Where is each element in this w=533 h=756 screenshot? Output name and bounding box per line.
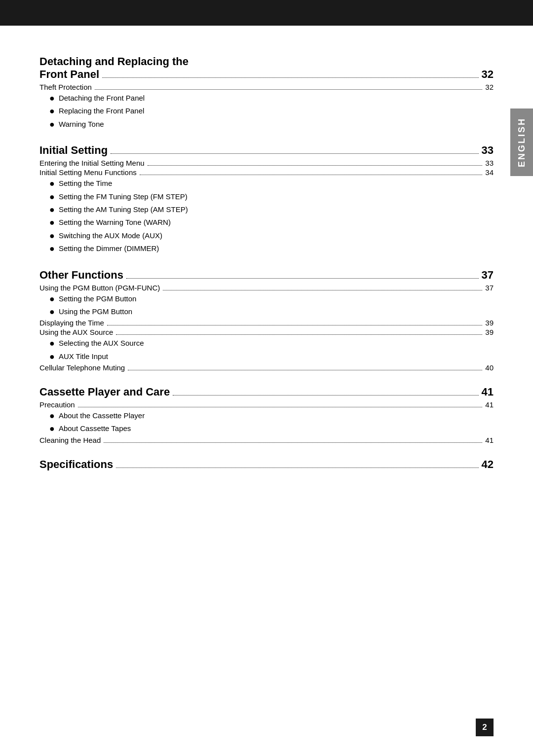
sub-heading-precaution: Precaution 41 (39, 400, 494, 409)
sub-dots (104, 442, 482, 443)
bullet-text: Setting the Warning Tone (WARN) (59, 217, 171, 227)
sub-heading-pgm-func: Using the PGM Button (PGM-FUNC) 37 (39, 284, 494, 292)
bullet-text: Switching the AUX Mode (AUX) (59, 230, 162, 241)
sub-page-num: 40 (485, 363, 494, 372)
bullet-text: Replacing the Front Panel (59, 106, 144, 116)
section-main-title: Initial Setting (39, 144, 108, 157)
dots (173, 395, 478, 396)
sub-heading-entering: Entering the Initial Setting Menu 33 (39, 159, 494, 167)
sub-heading-aux-source: Using the AUX Source 39 (39, 328, 494, 336)
sub-dots (140, 175, 483, 175)
bullet-cassette-tapes: ● About Cassette Tapes (39, 423, 494, 434)
section-page-num: 41 (482, 386, 494, 398)
bullet-text: Setting the AM Tuning Step (AM STEP) (59, 204, 188, 215)
section-title-line: Cassette Player and Care 41 (39, 386, 494, 398)
section-page-num: 37 (482, 269, 494, 282)
top-bar (0, 0, 533, 26)
sub-dots (163, 290, 482, 290)
page-number-text: 2 (482, 722, 487, 732)
sub-dots (107, 325, 482, 325)
side-tab: ENGLISH (510, 108, 533, 176)
section-title-line: Front Panel 32 (39, 68, 494, 81)
sub-heading-cellular: Cellular Telephone Muting 40 (39, 363, 494, 372)
section-other-functions: Other Functions 37 Using the PGM Button … (39, 269, 494, 372)
bullet-using-pgm: ● Using the PGM Button (39, 306, 494, 318)
section-title-line: Specifications 42 (39, 458, 494, 471)
section-specifications: Specifications 42 (39, 458, 494, 471)
sub-page-num: 32 (485, 83, 494, 91)
section-initial-setting: Initial Setting 33 Entering the Initial … (39, 144, 494, 254)
section-main-title: Cassette Player and Care (39, 386, 170, 398)
bullet-text: Setting the Time (59, 178, 112, 188)
section-detaching-replacing: Detaching and Replacing the Front Panel … (39, 55, 494, 130)
sub-heading-text: Using the PGM Button (PGM-FUNC) (39, 284, 160, 292)
bullet-text: Warning Tone (59, 119, 104, 129)
dots (116, 468, 478, 468)
sub-page-num: 41 (485, 436, 494, 444)
sub-heading-displaying-time: Displaying the Time 39 (39, 319, 494, 327)
sub-heading-text: Precaution (39, 400, 75, 409)
bullet-dimmer: ● Setting the Dimmer (DIMMER) (39, 243, 494, 254)
side-tab-label: ENGLISH (517, 117, 527, 167)
bullet-setting-pgm: ● Setting the PGM Button (39, 293, 494, 305)
bullet-replacing: ● Replacing the Front Panel (39, 106, 494, 117)
bullet-detaching: ● Detaching the Front Panel (39, 93, 494, 104)
section-page-num: 33 (482, 144, 494, 157)
bullet-setting-time: ● Setting the Time (39, 178, 494, 189)
sub-dots (148, 165, 483, 166)
bullet-text: Detaching the Front Panel (59, 93, 145, 103)
section-main-title: Other Functions (39, 269, 123, 282)
sub-heading-text: Entering the Initial Setting Menu (39, 159, 145, 167)
sub-page-num: 37 (485, 284, 494, 292)
bullet-fm-step: ● Setting the FM Tuning Step (FM STEP) (39, 191, 494, 203)
page-content: Detaching and Replacing the Front Panel … (0, 26, 533, 514)
sub-page-num: 41 (485, 400, 494, 409)
bullet-text: Setting the FM Tuning Step (FM STEP) (59, 191, 188, 202)
bullet-text: About Cassette Tapes (59, 423, 131, 433)
section-title-line: Initial Setting 33 (39, 144, 494, 157)
section-page-num: 42 (482, 458, 494, 471)
sub-heading-text: Cleaning the Head (39, 436, 101, 444)
bullet-text: Selecting the AUX Source (59, 338, 144, 348)
dots (126, 278, 479, 279)
bullet-warning-tone: ● Warning Tone (39, 119, 494, 130)
sub-page-num: 39 (485, 328, 494, 336)
bullet-text: Setting the PGM Button (59, 293, 137, 304)
bullet-text: About the Cassette Player (59, 410, 145, 421)
sub-page-num: 39 (485, 319, 494, 327)
sub-page-num: 34 (485, 168, 494, 177)
sub-heading-text: Initial Setting Menu Functions (39, 168, 137, 177)
sub-heading-theft: Theft Protection 32 (39, 83, 494, 91)
bullet-warning-tone-warn: ● Setting the Warning Tone (WARN) (39, 217, 494, 228)
sub-dots (116, 334, 482, 335)
bullet-selecting-aux: ● Selecting the AUX Source (39, 338, 494, 349)
section-main-title: Front Panel (39, 68, 99, 81)
sub-page-num: 33 (485, 159, 494, 167)
sub-heading-text: Displaying the Time (39, 319, 104, 327)
sub-dots (78, 407, 483, 407)
sub-heading-menu-functions: Initial Setting Menu Functions 34 (39, 168, 494, 177)
sub-heading-text: Theft Protection (39, 83, 92, 91)
section-top-label: Detaching and Replacing the (39, 55, 494, 68)
page-number-bottom: 2 (476, 719, 494, 736)
bullet-cassette-player: ● About the Cassette Player (39, 410, 494, 422)
section-cassette-player: Cassette Player and Care 41 Precaution 4… (39, 386, 494, 444)
bullet-text: Using the PGM Button (59, 306, 132, 317)
dots (102, 77, 479, 78)
bullet-text: Setting the Dimmer (DIMMER) (59, 243, 159, 253)
bullet-text: AUX Title Input (59, 351, 108, 361)
section-title-line: Other Functions 37 (39, 269, 494, 282)
section-main-title: Specifications (39, 458, 113, 471)
sub-dots (95, 89, 482, 90)
bullet-aux-title: ● AUX Title Input (39, 351, 494, 362)
section-page-num: 32 (482, 68, 494, 81)
bullet-am-step: ● Setting the AM Tuning Step (AM STEP) (39, 204, 494, 216)
sub-heading-text: Cellular Telephone Muting (39, 363, 125, 372)
bullet-aux-mode: ● Switching the AUX Mode (AUX) (39, 230, 494, 242)
sub-heading-cleaning-head: Cleaning the Head 41 (39, 436, 494, 444)
sub-heading-text: Using the AUX Source (39, 328, 113, 336)
sub-dots (128, 370, 482, 370)
dots (111, 153, 478, 154)
